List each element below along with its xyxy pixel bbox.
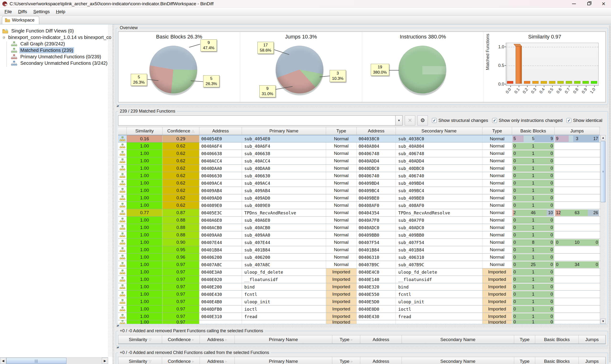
- header-primary-name[interactable]: Primary Name: [235, 335, 332, 344]
- header-basic-blocks[interactable]: Basic Blocks: [535, 335, 579, 344]
- table-row[interactable]: 1.000.6200409AD0sub_409AD0Normal00409BE0…: [118, 194, 600, 202]
- table-row[interactable]: 1.000.62004089E0sub_4089E0Normal00408AF0…: [118, 202, 600, 209]
- header-type-secondary[interactable]: Type: [514, 357, 535, 364]
- table-row[interactable]: 1.000.620040A6F4sub_40A6F4Normal0040A804…: [118, 143, 600, 150]
- menu-help[interactable]: Help: [53, 8, 68, 15]
- header-address-primary[interactable]: Address▹: [200, 357, 235, 364]
- table-row[interactable]: 1.000.6200406638sub_406638Normal00406748…: [118, 150, 600, 157]
- table-row[interactable]: 0.160.29004054E0sub_4054E0Normal004038C0…: [118, 135, 600, 143]
- filter-settings-button[interactable]: ⚙: [417, 116, 428, 126]
- header-jumps[interactable]: Jumps: [555, 127, 600, 135]
- table-row[interactable]: 1.000.6200406630sub_406630Normal00406740…: [118, 172, 600, 180]
- right-edge-splitter[interactable]: [609, 25, 611, 363]
- scroll-left-button[interactable]: ◀: [0, 358, 6, 364]
- scroll-track[interactable]: |||: [6, 358, 102, 364]
- header-jumps[interactable]: Jumps: [579, 357, 606, 364]
- filter-dropdown-button[interactable]: ▼: [395, 116, 403, 126]
- header-type-primary[interactable]: Type▹: [332, 335, 360, 344]
- scroll-thumb[interactable]: ≡: [601, 141, 606, 202]
- table-vertical-scrollbar[interactable]: ▲ ≡ ▼: [600, 135, 606, 324]
- header-similarity[interactable]: Similarity▽: [118, 357, 162, 364]
- table-row[interactable]: 1.000.620040DAA0sub_40DAA0Normal0040DBC0…: [118, 165, 600, 172]
- header-similarity[interactable]: Similarity▽: [118, 335, 162, 344]
- table-row[interactable]: 1.000.9600406200sub_406200Normal00406310…: [118, 254, 600, 261]
- table-row[interactable]: 1.000.8800409AA0sub_409AA0Normal00409BB0…: [118, 231, 600, 239]
- tab-workspace[interactable]: Workspace: [2, 16, 39, 24]
- tree-item-call-graph[interactable]: Call Graph (239/242): [0, 41, 112, 47]
- header-primary-name[interactable]: Primary Name: [235, 357, 332, 364]
- tree-item-diff[interactable]: binexport_conn-indicator_1.0.14 vs binex…: [0, 34, 112, 41]
- header-similarity[interactable]: Similarity: [127, 127, 163, 135]
- table-row[interactable]: 1.000.970040E3A0uloop_fd_deleteImported0…: [118, 268, 600, 276]
- header-confidence[interactable]: Confidence△: [163, 127, 199, 135]
- tree-item-single-function-diff-views[interactable]: Single Function Diff Views (0): [0, 28, 112, 34]
- header-confidence[interactable]: Confidence▹: [162, 335, 200, 344]
- header-type-secondary[interactable]: Type: [482, 127, 512, 135]
- table-row[interactable]: 1.000.9500401B84sub_401B84Normal00401B84…: [118, 246, 600, 254]
- table-row[interactable]: 1.000.970040E430fcntlImported0040E550fcn…: [118, 291, 600, 298]
- tree-vertical-scrollbar[interactable]: [108, 24, 112, 357]
- header-secondary-name[interactable]: Secondary Name: [402, 335, 514, 344]
- menu-diffs[interactable]: Diffs: [15, 8, 30, 15]
- tree-item-secondary-unmatched[interactable]: Secondary Unmatched Functions (3/242): [0, 60, 112, 66]
- header-address-secondary[interactable]: Address: [357, 127, 396, 135]
- tree-horizontal-scrollbar[interactable]: ◀ ||| ▶: [0, 357, 108, 364]
- splitter-handle-icon[interactable]: ▴▾: [117, 104, 118, 107]
- table-row[interactable]: 1.000.970040E4B0uloop_initImported0040E5…: [118, 298, 600, 305]
- checkbox-checked-icon[interactable]: ✓: [567, 118, 571, 123]
- header-address-primary[interactable]: Address: [199, 127, 242, 135]
- checkbox-checked-icon[interactable]: ✓: [492, 118, 497, 123]
- table-row[interactable]: 1.000.620040ACC4sub_40ACC4Normal0040ADD4…: [118, 157, 600, 165]
- header-jumps[interactable]: Jumps: [579, 335, 606, 344]
- scroll-up-button[interactable]: ▲: [600, 135, 606, 140]
- checkbox-only-instructions-changed[interactable]: ✓ Show only instructions changed: [492, 118, 562, 123]
- header-basic-blocks[interactable]: Basic Blocks: [535, 357, 579, 364]
- table-row[interactable]: 0.770.8700405E3CTPDns_RecvAndResolveNorm…: [118, 209, 600, 217]
- tree-item-matched-functions[interactable]: Matched Functions (239): [0, 47, 112, 53]
- splitter-parents-children[interactable]: ▴▾: [116, 346, 608, 349]
- restore-button[interactable]: [581, 0, 596, 8]
- header-address-secondary[interactable]: Address: [360, 357, 402, 364]
- header-primary-name[interactable]: Primary Name: [242, 127, 326, 135]
- table-row[interactable]: 1.000.970040E310freadImported0040E430fre…: [118, 313, 600, 320]
- header-confidence[interactable]: Confidence▹: [162, 357, 200, 364]
- header-secondary-name[interactable]: Secondary Name: [402, 357, 514, 364]
- x-tick-label: 0.8: [572, 86, 580, 96]
- header-type-primary[interactable]: Type: [326, 127, 357, 135]
- table-row[interactable]: 1.000.6200409AC4sub_409AC4Normal00409BD4…: [118, 180, 600, 187]
- table-row[interactable]: 1.000.9700407A8Csub_407A8CNormal00407B9C…: [118, 261, 600, 268]
- checkbox-checked-icon[interactable]: ✓: [432, 118, 437, 123]
- header-basic-blocks[interactable]: Basic Blocks: [512, 127, 555, 135]
- splitter-functions-parents[interactable]: ▴▾: [116, 325, 608, 327]
- scroll-right-button[interactable]: ▶: [102, 358, 108, 364]
- header-icon-column[interactable]: [118, 127, 127, 135]
- table-row[interactable]: 1.000.970040E200bindImported0040E320bind…: [118, 283, 600, 291]
- table-row[interactable]: 1.000.970040DFB0ioctlImported0040E0D0ioc…: [118, 305, 600, 313]
- scroll-thumb[interactable]: |||: [6, 358, 66, 364]
- scroll-down-button[interactable]: ▼: [600, 319, 606, 324]
- splitter-handle-icon[interactable]: ▴▾: [117, 346, 118, 349]
- splitter-handle-icon[interactable]: ▴▾: [117, 324, 118, 327]
- header-secondary-name[interactable]: Secondary Name: [396, 127, 482, 135]
- header-address-primary[interactable]: Address▹: [200, 335, 235, 344]
- tree-item-primary-unmatched[interactable]: Primary Unmatched Functions (0/239): [0, 53, 112, 60]
- menu-settings[interactable]: Settings: [30, 8, 53, 15]
- minimize-button[interactable]: [567, 0, 581, 8]
- table-row[interactable]: 1.000.6200409AB4sub_409AB4Normal00409BC4…: [118, 187, 600, 194]
- splitter-overview-functions[interactable]: ▴▾: [116, 105, 608, 108]
- table-row[interactable]: 1.000.880040ACB0sub_40ACB0Normal0040ADC0…: [118, 224, 600, 231]
- clear-filter-button[interactable]: ✕: [405, 116, 415, 126]
- header-type-secondary[interactable]: Type: [514, 335, 535, 344]
- menu-file[interactable]: File: [1, 8, 15, 15]
- panel-splitter-vertical[interactable]: [112, 24, 114, 364]
- table-row[interactable]: 1.000.970040E020__floatunsidfImported004…: [118, 276, 600, 283]
- table-row[interactable]: 1.000.9000407E44sub_407E44Normal00407F54…: [118, 239, 600, 246]
- filter-input[interactable]: [118, 116, 395, 126]
- table-row[interactable]: 1.000.97ImportedImported010: [118, 320, 600, 324]
- checkbox-structural-changes[interactable]: ✓ Show structural changes: [432, 118, 488, 123]
- header-type-primary[interactable]: Type▹: [332, 357, 360, 364]
- header-address-secondary[interactable]: Address: [360, 335, 402, 344]
- close-button[interactable]: ✕: [596, 0, 611, 8]
- checkbox-show-identical[interactable]: ✓ Show identical: [567, 118, 602, 123]
- table-row[interactable]: 1.000.880040A6E0sub_40A6E0Normal0040A7F0…: [118, 217, 600, 224]
